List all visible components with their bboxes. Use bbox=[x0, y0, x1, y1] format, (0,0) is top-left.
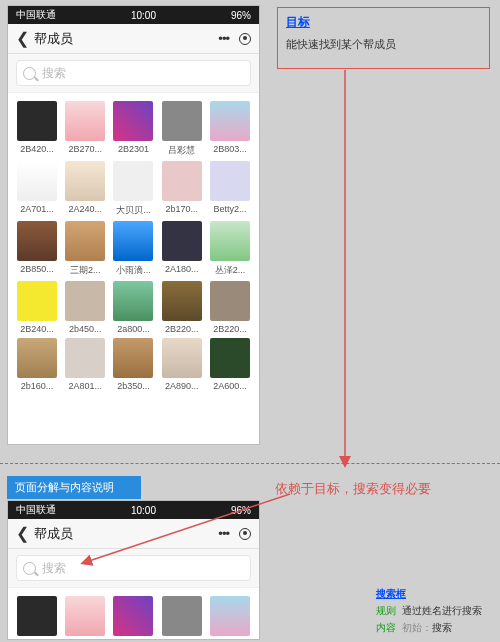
member-cell[interactable]: 2B240... bbox=[14, 281, 60, 334]
back-icon[interactable]: ❮ bbox=[16, 524, 30, 543]
member-grid: 2B420...2B270...2B2301吕彩慧2B803... bbox=[8, 588, 259, 640]
member-cell[interactable]: 三期2... bbox=[62, 221, 108, 277]
phone-mockup-2: 中国联通 10:00 96% ❮ 帮成员 ••• 搜索 2B420...2B27… bbox=[7, 500, 260, 640]
avatar bbox=[65, 281, 105, 321]
avatar bbox=[210, 338, 250, 378]
battery-label: 96% bbox=[231, 505, 251, 516]
page-title: 帮成员 bbox=[34, 525, 73, 543]
member-cell[interactable]: 2b450... bbox=[62, 281, 108, 334]
member-cell[interactable]: 大贝贝... bbox=[110, 161, 156, 217]
member-cell[interactable]: 丛泽2... bbox=[207, 221, 253, 277]
avatar bbox=[65, 338, 105, 378]
member-cell[interactable]: 2B803... bbox=[207, 101, 253, 157]
member-cell[interactable]: 2B270... bbox=[62, 596, 108, 640]
target-icon[interactable] bbox=[239, 528, 251, 540]
member-cell[interactable]: 2B220... bbox=[159, 281, 205, 334]
search-placeholder: 搜索 bbox=[42, 560, 66, 577]
member-cell[interactable]: 2B2301 bbox=[110, 596, 156, 640]
avatar bbox=[113, 281, 153, 321]
member-cell[interactable]: 2B420... bbox=[14, 596, 60, 640]
search-input[interactable]: 搜索 bbox=[16, 60, 251, 86]
member-name: 2A180... bbox=[161, 264, 203, 274]
member-name: 2a800... bbox=[112, 324, 154, 334]
member-cell[interactable]: 2A240... bbox=[62, 161, 108, 217]
avatar bbox=[113, 596, 153, 636]
member-name: Betty2... bbox=[209, 204, 251, 214]
member-cell[interactable]: 2A701... bbox=[14, 161, 60, 217]
member-name: 2B850... bbox=[16, 264, 58, 274]
goal-title: 目标 bbox=[286, 14, 481, 31]
member-cell[interactable]: 2b170... bbox=[159, 161, 205, 217]
member-name: 2b450... bbox=[64, 324, 106, 334]
member-name: 大贝贝... bbox=[112, 204, 154, 217]
member-name: 小雨滴... bbox=[112, 264, 154, 277]
clock-label: 10:00 bbox=[131, 505, 156, 516]
avatar bbox=[17, 338, 57, 378]
avatar bbox=[210, 101, 250, 141]
member-cell[interactable]: 2B420... bbox=[14, 101, 60, 157]
member-cell[interactable]: 2B2301 bbox=[110, 101, 156, 157]
goal-box: 目标 能快速找到某个帮成员 bbox=[277, 7, 490, 69]
nav-bar: ❮ 帮成员 ••• bbox=[8, 519, 259, 549]
status-bar: 中国联通 10:00 96% bbox=[8, 6, 259, 24]
content-value: 搜索 bbox=[432, 620, 452, 635]
member-name: 2b170... bbox=[161, 204, 203, 214]
page-title: 帮成员 bbox=[34, 30, 73, 48]
member-cell[interactable]: 吕彩慧 bbox=[159, 596, 205, 640]
member-cell[interactable]: 2B850... bbox=[14, 221, 60, 277]
battery-label: 96% bbox=[231, 10, 251, 21]
avatar bbox=[162, 161, 202, 201]
search-info-title: 搜索框 bbox=[376, 586, 496, 601]
member-cell[interactable]: 2B803... bbox=[207, 596, 253, 640]
member-cell[interactable]: 2a800... bbox=[110, 281, 156, 334]
avatar bbox=[17, 596, 57, 636]
avatar bbox=[162, 221, 202, 261]
avatar bbox=[113, 161, 153, 201]
target-icon[interactable] bbox=[239, 33, 251, 45]
member-name: 2b160... bbox=[16, 381, 58, 391]
member-cell[interactable]: 吕彩慧 bbox=[159, 101, 205, 157]
avatar bbox=[17, 161, 57, 201]
member-name: 2B270... bbox=[64, 639, 106, 640]
member-cell[interactable]: 2b160... bbox=[14, 338, 60, 391]
member-name: 2B803... bbox=[209, 639, 251, 640]
goal-desc: 能快速找到某个帮成员 bbox=[286, 37, 481, 52]
member-name: 2B803... bbox=[209, 144, 251, 154]
member-cell[interactable]: 2b350... bbox=[110, 338, 156, 391]
member-cell[interactable]: Betty2... bbox=[207, 161, 253, 217]
carrier-label: 中国联通 bbox=[16, 503, 56, 517]
clock-label: 10:00 bbox=[131, 10, 156, 21]
avatar bbox=[65, 161, 105, 201]
member-cell[interactable]: 2A801... bbox=[62, 338, 108, 391]
search-bar: 搜索 bbox=[8, 549, 259, 588]
avatar bbox=[210, 161, 250, 201]
avatar bbox=[113, 101, 153, 141]
member-cell[interactable]: 小雨滴... bbox=[110, 221, 156, 277]
member-name: 2B220... bbox=[209, 324, 251, 334]
content-sub: 初始： bbox=[402, 620, 432, 635]
member-cell[interactable]: 2A890... bbox=[159, 338, 205, 391]
member-name: 2B220... bbox=[161, 324, 203, 334]
member-cell[interactable]: 2B220... bbox=[207, 281, 253, 334]
member-name: 吕彩慧 bbox=[161, 144, 203, 157]
avatar bbox=[17, 101, 57, 141]
member-cell[interactable]: 2A180... bbox=[159, 221, 205, 277]
section-divider bbox=[0, 463, 500, 464]
member-name: 2B2301 bbox=[112, 144, 154, 154]
member-cell[interactable]: 2B270... bbox=[62, 101, 108, 157]
member-name: 2B240... bbox=[16, 324, 58, 334]
phone-mockup-1: 中国联通 10:00 96% ❮ 帮成员 ••• 搜索 2B420...2B27… bbox=[7, 5, 260, 445]
more-icon[interactable]: ••• bbox=[218, 526, 229, 541]
member-grid: 2B420...2B270...2B2301吕彩慧2B803...2A701..… bbox=[8, 93, 259, 399]
more-icon[interactable]: ••• bbox=[218, 31, 229, 46]
back-icon[interactable]: ❮ bbox=[16, 29, 30, 48]
avatar bbox=[17, 281, 57, 321]
rule-value: 通过姓名进行搜索 bbox=[402, 603, 482, 618]
search-input[interactable]: 搜索 bbox=[16, 555, 251, 581]
content-label: 内容 bbox=[376, 620, 396, 635]
avatar bbox=[113, 338, 153, 378]
member-name: 2b350... bbox=[112, 381, 154, 391]
avatar bbox=[162, 281, 202, 321]
member-cell[interactable]: 2A600... bbox=[207, 338, 253, 391]
avatar bbox=[17, 221, 57, 261]
